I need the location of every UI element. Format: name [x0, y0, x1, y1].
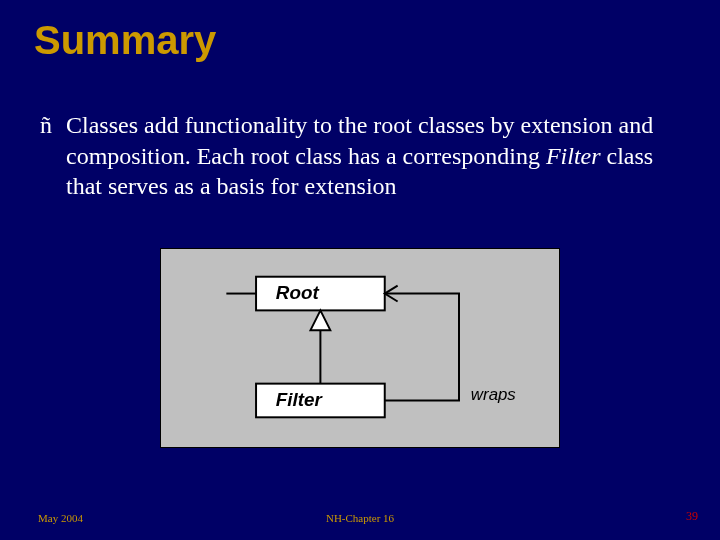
inheritance-arrowhead [311, 310, 331, 330]
bullet-item: ñ Classes add functionality to the root … [40, 110, 680, 202]
wraps-line [385, 294, 459, 401]
page-number: 39 [686, 509, 698, 524]
wraps-label: wraps [471, 385, 516, 404]
slide: Summary ñ Classes add functionality to t… [0, 0, 720, 540]
root-box-label: Root [276, 282, 320, 303]
diagram-svg: Root Filter wraps [161, 249, 559, 447]
slide-title: Summary [34, 18, 216, 63]
footer-chapter: NH-Chapter 16 [0, 512, 720, 524]
filter-box-label: Filter [276, 389, 324, 410]
uml-diagram: Root Filter wraps [160, 248, 560, 448]
bullet-marker: ñ [40, 110, 66, 202]
bullet-text-emph: Filter [546, 143, 601, 169]
bullet-text: Classes add functionality to the root cl… [66, 110, 680, 202]
